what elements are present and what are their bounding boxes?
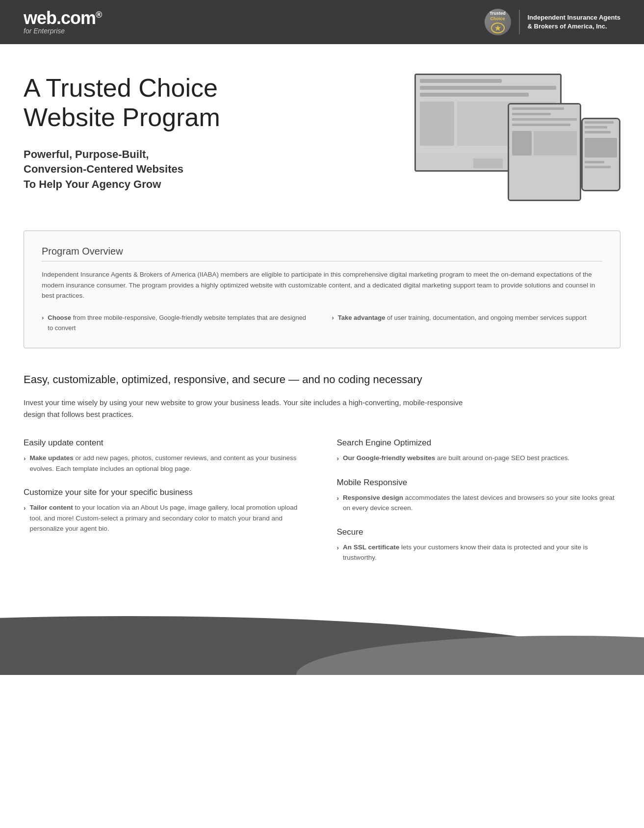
feature-text-secure: An SSL certificate lets your customers k…	[343, 542, 620, 563]
feature-group-customize: Customize your site for your specific bu…	[24, 488, 308, 534]
overview-bullet-2: › Take advantage of user training, docum…	[332, 313, 603, 334]
feature-group-title-mobile: Mobile Responsive	[337, 478, 621, 488]
footer-wave	[0, 606, 644, 675]
trusted-choice-badge: Trusted Choice Independent Insurance Age…	[485, 9, 621, 35]
bullet-item-1: › Choose from three mobile-responsive, G…	[42, 313, 312, 334]
feature-arrow-update: ›	[24, 453, 26, 474]
feature-text-seo: Our Google-friendly websites are built a…	[343, 453, 569, 464]
program-overview-section: Program Overview Independent Insurance A…	[24, 231, 620, 348]
feature-text-mobile: Responsive design accommodates the lates…	[343, 492, 620, 514]
logo: web.com® for Enterprise	[24, 9, 102, 35]
feature-arrow-secure: ›	[337, 543, 339, 563]
feature-group-title-update: Easily update content	[24, 438, 308, 448]
divider	[519, 10, 520, 34]
program-overview-body: Independent Insurance Agents & Brokers o…	[42, 269, 602, 301]
overview-bullet-1: › Choose from three mobile-responsive, G…	[42, 313, 312, 334]
feature-arrow-mobile: ›	[337, 493, 339, 514]
bullet-arrow-2: ›	[332, 313, 334, 323]
logo-subtext: for Enterprise	[24, 27, 102, 35]
hero-image	[414, 74, 620, 201]
features-intro: Invest your time wisely by using your ne…	[24, 397, 465, 420]
hero-text: A Trusted ChoiceWebsite Program Powerful…	[24, 74, 395, 192]
feature-text-update: Make updates or add new pages, photos, c…	[30, 453, 308, 474]
bullet-text-1: Choose from three mobile-responsive, Goo…	[48, 313, 312, 334]
feature-group-mobile: Mobile Responsive › Responsive design ac…	[337, 478, 621, 514]
bullet-arrow-1: ›	[42, 313, 44, 334]
features-section: Easy, customizable, optimized, responsiv…	[0, 368, 644, 596]
feature-group-update: Easily update content › Make updates or …	[24, 438, 308, 474]
page: web.com® for Enterprise Trusted Choice I…	[0, 0, 644, 828]
feature-bullet-secure: › An SSL certificate lets your customers…	[337, 542, 621, 563]
feature-group-title-seo: Search Engine Optimized	[337, 438, 621, 448]
features-right-col: Search Engine Optimized › Our Google-fri…	[337, 438, 621, 577]
device-tablet-mockup	[508, 103, 581, 201]
hero-subtitle: Powerful, Purpose-Built, Conversion-Cent…	[24, 147, 395, 192]
feature-arrow-seo: ›	[337, 453, 339, 464]
logo-text: web.com®	[24, 9, 102, 27]
feature-bullet-mobile: › Responsive design accommodates the lat…	[337, 492, 621, 514]
feature-bullet-update: › Make updates or add new pages, photos,…	[24, 453, 308, 474]
features-title: Easy, customizable, optimized, responsiv…	[24, 373, 620, 387]
feature-text-customize: Tailor content to your location via an A…	[30, 502, 308, 534]
trusted-choice-icon: Trusted Choice	[485, 9, 511, 35]
features-left-col: Easily update content › Make updates or …	[24, 438, 308, 577]
feature-bullet-customize: › Tailor content to your location via an…	[24, 502, 308, 534]
header: web.com® for Enterprise Trusted Choice I…	[0, 0, 644, 44]
hero-section: A Trusted ChoiceWebsite Program Powerful…	[0, 44, 644, 221]
feature-bullet-seo: › Our Google-friendly websites are built…	[337, 453, 621, 464]
feature-arrow-customize: ›	[24, 503, 26, 534]
hero-title: A Trusted ChoiceWebsite Program	[24, 74, 395, 132]
overview-bullets: › Choose from three mobile-responsive, G…	[42, 313, 602, 334]
badge-text: Independent Insurance Agents & Brokers o…	[528, 13, 621, 31]
program-overview-heading: Program Overview	[42, 246, 602, 261]
feature-group-seo: Search Engine Optimized › Our Google-fri…	[337, 438, 621, 464]
header-right: Trusted Choice Independent Insurance Age…	[485, 9, 621, 35]
bullet-text-2: Take advantage of user training, documen…	[338, 313, 587, 323]
bullet-item-2: › Take advantage of user training, docum…	[332, 313, 603, 323]
device-phone-mockup	[581, 118, 620, 191]
feature-group-secure: Secure › An SSL certificate lets your cu…	[337, 527, 621, 563]
feature-group-title-customize: Customize your site for your specific bu…	[24, 488, 308, 497]
features-grid: Easily update content › Make updates or …	[24, 438, 620, 577]
feature-group-title-secure: Secure	[337, 527, 621, 537]
